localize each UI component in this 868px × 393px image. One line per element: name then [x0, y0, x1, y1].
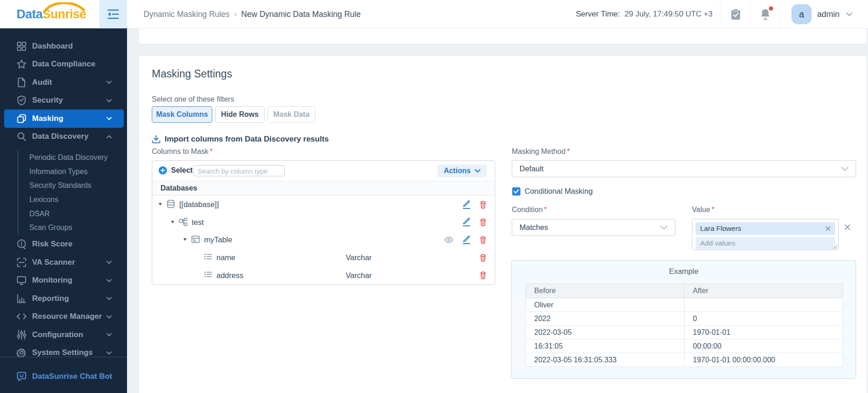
- sidebar-item-monitoring[interactable]: Monitoring: [0, 272, 127, 290]
- required-asterisk: *: [544, 206, 547, 213]
- sidebar-item-security[interactable]: Security: [0, 92, 127, 110]
- gear-icon: [17, 348, 27, 357]
- value-tags-field[interactable]: Lara Flowers Add values: [692, 219, 839, 250]
- document-icon: [17, 77, 27, 87]
- edit-node-button[interactable]: [462, 235, 471, 245]
- sidebar-subitem-security-standards[interactable]: Security Standards: [18, 179, 127, 193]
- tasks-button[interactable]: [721, 0, 750, 28]
- sidebar-item-chatbot[interactable]: DataSunrise Chat Bot: [0, 367, 127, 386]
- eye-icon: [444, 236, 453, 243]
- checkbox-checked-icon[interactable]: [512, 187, 520, 196]
- user-menu[interactable]: a admin: [791, 0, 852, 28]
- sidebar-item-risk-score[interactable]: Risk Score: [0, 235, 127, 254]
- add-values-input[interactable]: Add values: [696, 237, 835, 249]
- condition-select[interactable]: Matches: [512, 219, 675, 236]
- masking-method-label: Masking Method*: [512, 147, 570, 156]
- sidebar-collapse-button[interactable]: [100, 0, 127, 28]
- import-columns-label: Import columns from Data Discovery resul…: [165, 135, 329, 144]
- delete-node-button[interactable]: [478, 252, 487, 262]
- sidebar-subitem-scan-groups[interactable]: Scan Groups: [18, 221, 127, 235]
- sidebar-menu: DashboardData ComplianceAuditSecurityMas…: [0, 37, 127, 357]
- delete-node-button[interactable]: [478, 217, 487, 227]
- sidebar-item-label: Risk Score: [32, 240, 72, 249]
- columns-to-mask-label: Columns to Mask*: [152, 147, 213, 156]
- edit-node-button[interactable]: [462, 217, 471, 227]
- clear-value-icon[interactable]: [844, 224, 851, 231]
- chevron-down-icon: [106, 81, 112, 84]
- actions-button[interactable]: Actions: [437, 164, 487, 177]
- tree-row-myTable[interactable]: myTable: [152, 231, 495, 249]
- value-label: Value*: [692, 206, 714, 214]
- tree-row-test[interactable]: test: [152, 213, 495, 231]
- main-content: Masking Settings Select one of these fil…: [127, 28, 868, 393]
- tree-row-address[interactable]: addressVarchar: [152, 266, 495, 284]
- filter-button-mask-columns[interactable]: Mask Columns: [152, 106, 212, 123]
- example-row: 20220: [526, 312, 843, 326]
- user-name: admin: [817, 10, 840, 19]
- resize-handle[interactable]: [833, 245, 838, 249]
- chevron-down-icon: [106, 333, 112, 336]
- masking-method-select[interactable]: Default: [512, 160, 856, 177]
- sidebar-item-reporting[interactable]: Reporting: [0, 289, 127, 308]
- condition-label: Condition*: [512, 206, 547, 214]
- sidebar-item-data-discovery[interactable]: Data Discovery: [0, 128, 127, 146]
- example-column-header: Before: [526, 284, 685, 298]
- tree-row-name[interactable]: nameVarchar: [152, 249, 495, 267]
- plus-circle-icon: [159, 166, 167, 175]
- filter-button-group: Mask ColumnsHide RowsMask Data: [152, 106, 315, 123]
- chevron-down-icon: [106, 117, 112, 120]
- sidebar-item-masking[interactable]: Masking: [4, 109, 124, 128]
- columns-tree: [[database]]testmyTablenameVarcharaddres…: [152, 196, 495, 284]
- sidebar-subitem-information-types[interactable]: Information Types: [18, 165, 127, 179]
- sidebar-subitem-lexicons[interactable]: Lexicons: [18, 193, 127, 207]
- example-row: Oliver: [526, 298, 843, 312]
- delete-node-button[interactable]: [478, 270, 487, 280]
- conditional-masking-checkbox-row[interactable]: Conditional Masking: [512, 187, 593, 196]
- sidebar-item-data-compliance[interactable]: Data Compliance: [0, 55, 127, 74]
- caret-down-icon[interactable]: [183, 238, 187, 242]
- sun-arc-icon: [42, 2, 86, 12]
- example-row: 2022-03-051970-01-01: [526, 326, 843, 339]
- column-search-input[interactable]: [194, 165, 285, 176]
- filter-button-mask-data[interactable]: Mask Data: [267, 106, 315, 123]
- sidebar-item-system-settings[interactable]: System Settings: [0, 344, 127, 357]
- delete-node-button[interactable]: [478, 235, 487, 245]
- delete-node-button[interactable]: [478, 199, 487, 209]
- example-cell: [685, 298, 843, 312]
- view-column-button[interactable]: [444, 235, 453, 245]
- tree-row-database[interactable]: [[database]]: [152, 196, 495, 213]
- value-tag-text: Lara Flowers: [700, 224, 741, 233]
- sidebar-item-va-scanner[interactable]: VA Scanner: [0, 253, 127, 272]
- chevron-down-icon: [846, 12, 852, 16]
- mask-icon: [17, 114, 27, 124]
- sidebar-subitem-dsar[interactable]: DSAR: [18, 207, 127, 221]
- remove-tag-icon[interactable]: [825, 226, 831, 231]
- database-icon: [166, 200, 175, 208]
- notifications-button[interactable]: [751, 0, 780, 28]
- caret-down-icon[interactable]: [158, 202, 162, 207]
- required-asterisk: *: [210, 147, 213, 155]
- sidebar-item-label: Reporting: [32, 294, 69, 303]
- sidebar-item-dashboard[interactable]: Dashboard: [0, 37, 127, 55]
- sidebar-item-resource-manager[interactable]: Resource Manager: [0, 308, 127, 326]
- sidebar-item-audit[interactable]: Audit: [0, 73, 127, 92]
- edit-icon: [463, 235, 470, 244]
- caret-down-icon[interactable]: [171, 220, 175, 224]
- conditional-masking-label: Conditional Masking: [525, 187, 593, 196]
- sidebar-divider: [0, 357, 127, 357]
- sidebar-item-label: Data Discovery: [32, 132, 88, 141]
- edit-node-button[interactable]: [462, 199, 471, 209]
- chevron-up-icon: [106, 135, 112, 138]
- breadcrumb-parent[interactable]: Dynamic Masking Rules: [144, 10, 230, 19]
- filter-button-hide-rows[interactable]: Hide Rows: [215, 106, 265, 123]
- app-logo[interactable]: DataSunrise: [17, 0, 86, 28]
- caret-down-icon: [158, 202, 162, 207]
- chatbot-label: DataSunrise Chat Bot: [32, 372, 112, 381]
- select-columns-button[interactable]: Select: [159, 166, 193, 175]
- sidebar-subitem-periodic-data-discovery[interactable]: Periodic Data Discovery: [18, 151, 127, 165]
- notification-badge: [769, 6, 773, 11]
- sidebar-item-configuration[interactable]: Configuration: [0, 326, 127, 344]
- import-columns-link[interactable]: Import columns from Data Discovery resul…: [152, 135, 329, 144]
- tree-node-name: test: [192, 218, 204, 226]
- chevron-down-icon: [106, 99, 112, 102]
